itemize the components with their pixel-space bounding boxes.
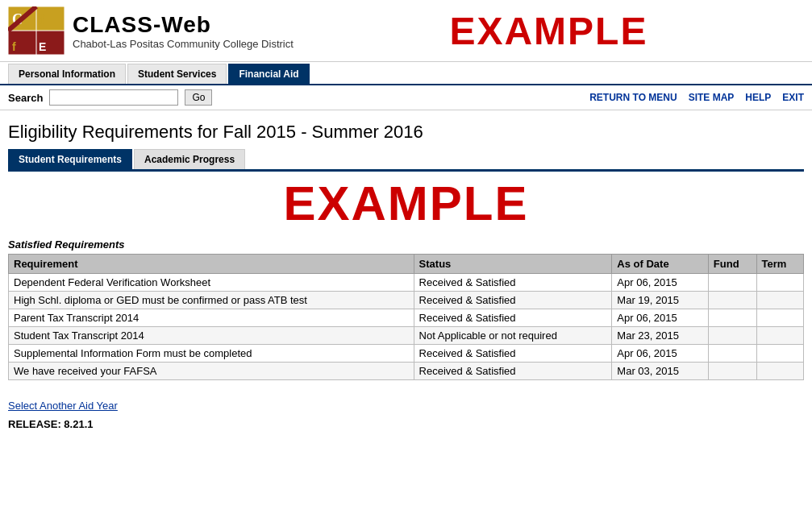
release-info: RELEASE: 8.21.1 <box>0 415 812 438</box>
nav-tab-financial-aid[interactable]: Financial Aid <box>228 64 309 84</box>
cell-requirement: Student Tax Transcript 2014 <box>9 327 414 345</box>
cell-requirement: Parent Tax Transcript 2014 <box>9 309 414 327</box>
table-row: We have received your FAFSAReceived & Sa… <box>9 363 804 380</box>
cell-fund <box>708 292 756 309</box>
page-title: Eligibility Requirements for Fall 2015 -… <box>8 122 804 143</box>
table-row: Supplemental Information Form must be co… <box>9 345 804 363</box>
cell-requirement: Supplemental Information Form must be co… <box>9 345 414 363</box>
cell-fund <box>708 327 756 345</box>
table-row: Student Tax Transcript 2014Not Applicabl… <box>9 327 804 345</box>
cell-status: Received & Satisfied <box>414 345 612 363</box>
return-to-menu-link[interactable]: RETURN TO MENU <box>589 92 677 103</box>
cell-status: Received & Satisfied <box>414 274 612 292</box>
search-bar: Search Go RETURN TO MENU SITE MAP HELP E… <box>0 85 812 110</box>
example-watermark: EXAMPLE <box>0 172 812 235</box>
cell-requirement: Dependent Federal Verification Worksheet <box>9 274 414 292</box>
cell-status: Received & Satisfied <box>414 309 612 327</box>
cell-requirement: High Schl. diploma or GED must be confir… <box>9 292 414 309</box>
cell-term <box>756 292 803 309</box>
requirements-table: Requirement Status As of Date Fund Term … <box>8 254 804 380</box>
table-row: Parent Tax Transcript 2014Received & Sat… <box>9 309 804 327</box>
cell-term <box>756 345 803 363</box>
tabs-section: Student Requirements Academic Progress <box>0 149 812 172</box>
cell-term <box>756 327 803 345</box>
requirements-table-body: Dependent Federal Verification Worksheet… <box>9 274 804 380</box>
cell-as_of_date: Mar 19, 2015 <box>612 292 708 309</box>
content-tab-row: Student Requirements Academic Progress <box>8 149 804 172</box>
table-row: Dependent Federal Verification Worksheet… <box>9 274 804 292</box>
logo-block: C f f E CLASS-Web Chabot-Las Positas Com… <box>8 6 294 55</box>
table-row: High Schl. diploma or GED must be confir… <box>9 292 804 309</box>
col-term: Term <box>756 255 803 274</box>
cell-term <box>756 309 803 327</box>
page-title-section: Eligibility Requirements for Fall 2015 -… <box>0 110 812 149</box>
col-as-of-date: As of Date <box>612 255 708 274</box>
select-another-aid-year-link[interactable]: Select Another Aid Year <box>8 400 118 412</box>
cell-fund <box>708 274 756 292</box>
help-link[interactable]: HELP <box>745 92 771 103</box>
app-title: CLASS-Web <box>73 12 294 38</box>
site-map-link[interactable]: SITE MAP <box>689 92 735 103</box>
cell-fund <box>708 345 756 363</box>
cell-requirement: We have received your FAFSA <box>9 363 414 380</box>
cell-status: Received & Satisfied <box>414 363 612 380</box>
cell-fund <box>708 363 756 380</box>
search-input[interactable] <box>49 89 178 106</box>
cell-status: Received & Satisfied <box>414 292 612 309</box>
cell-term <box>756 363 803 380</box>
col-requirement: Requirement <box>9 255 414 274</box>
cell-fund <box>708 309 756 327</box>
requirements-section: Satisfied Requirements Requirement Statu… <box>0 235 812 388</box>
app-subtitle: Chabot-Las Positas Community College Dis… <box>73 38 294 50</box>
col-status: Status <box>414 255 612 274</box>
nav-tab-student-services[interactable]: Student Services <box>127 64 227 84</box>
tab-academic-progress[interactable]: Academic Progress <box>134 149 245 169</box>
nav-tab-personal-information[interactable]: Personal Information <box>8 64 126 84</box>
example-banner-top: EXAMPLE <box>294 9 804 53</box>
col-fund: Fund <box>708 255 756 274</box>
logo-text-block: CLASS-Web Chabot-Las Positas Community C… <box>73 12 294 50</box>
exit-link[interactable]: EXIT <box>782 92 804 103</box>
svg-text:f: f <box>40 13 45 27</box>
cell-as_of_date: Mar 03, 2015 <box>612 363 708 380</box>
cell-as_of_date: Apr 06, 2015 <box>612 345 708 363</box>
header: C f f E CLASS-Web Chabot-Las Positas Com… <box>0 0 812 62</box>
search-go-button[interactable]: Go <box>185 89 212 106</box>
logo-graphic: C f f E <box>8 6 65 55</box>
footer-links: Select Another Aid Year <box>0 388 812 415</box>
cell-status: Not Applicable or not required <box>414 327 612 345</box>
svg-text:E: E <box>39 40 46 53</box>
tab-student-requirements[interactable]: Student Requirements <box>8 149 132 169</box>
cell-as_of_date: Apr 06, 2015 <box>612 274 708 292</box>
nav-bar: Personal Information Student Services Fi… <box>0 64 812 85</box>
svg-text:f: f <box>12 40 16 53</box>
table-header-row: Requirement Status As of Date Fund Term <box>9 255 804 274</box>
cell-as_of_date: Apr 06, 2015 <box>612 309 708 327</box>
top-links: RETURN TO MENU SITE MAP HELP EXIT <box>589 92 804 103</box>
cell-as_of_date: Mar 23, 2015 <box>612 327 708 345</box>
search-label: Search <box>8 92 43 104</box>
section-label: Satisfied Requirements <box>8 238 804 251</box>
cell-term <box>756 274 803 292</box>
